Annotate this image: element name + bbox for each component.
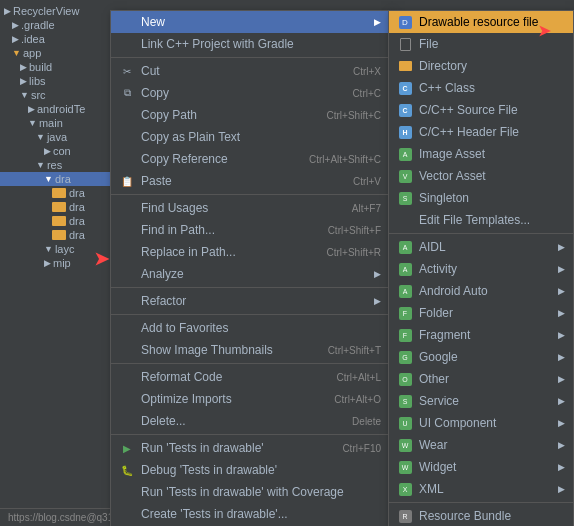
submenu-item-google[interactable]: G Google ▶: [389, 346, 573, 368]
submenu-item-widget[interactable]: W Widget ▶: [389, 456, 573, 478]
menu-item-reformat[interactable]: Reformat Code Ctrl+Alt+L: [111, 366, 389, 388]
tree-android-test[interactable]: ▶ androidTe: [0, 102, 120, 116]
menu-item-coverage-label: Run 'Tests in drawable' with Coverage: [141, 485, 381, 499]
menu-item-run-coverage[interactable]: Run 'Tests in drawable' with Coverage: [111, 481, 389, 503]
menu-item-cut-label: Cut: [141, 64, 343, 78]
menu-item-find-in-path[interactable]: Find in Path... Ctrl+Shift+F: [111, 219, 389, 241]
submenu-item-edit-templates[interactable]: Edit File Templates...: [389, 209, 573, 231]
menu-item-run[interactable]: ▶ Run 'Tests in drawable' Ctrl+F10: [111, 437, 389, 459]
menu-item-link-cpp[interactable]: Link C++ Project with Gradle: [111, 33, 389, 55]
arrow-icon: ▶: [28, 104, 35, 114]
find-in-path-shortcut: Ctrl+Shift+F: [328, 225, 381, 236]
tree-recyclerview[interactable]: ▶ RecyclerView: [0, 4, 120, 18]
copy-shortcut: Ctrl+C: [352, 88, 381, 99]
menu-item-copy-plain[interactable]: Copy as Plain Text: [111, 126, 389, 148]
submenu-fragment-label: Fragment: [419, 328, 552, 342]
submenu-item-android-auto[interactable]: A Android Auto ▶: [389, 280, 573, 302]
submenu-item-wear[interactable]: W Wear ▶: [389, 434, 573, 456]
separator-1: [111, 57, 389, 58]
coverage-icon: [119, 484, 135, 500]
tree-idea[interactable]: ▶ .idea: [0, 32, 120, 46]
menu-item-refactor[interactable]: Refactor ▶: [111, 290, 389, 312]
tree-app[interactable]: ▼ app: [0, 46, 120, 60]
link-icon: [119, 36, 135, 52]
submenu-item-ui-component[interactable]: U UI Component ▶: [389, 412, 573, 434]
drawable-file-icon: [52, 202, 66, 212]
menu-item-optimize-label: Optimize Imports: [141, 392, 324, 406]
submenu-item-singleton[interactable]: S Singleton: [389, 187, 573, 209]
paste-icon: 📋: [119, 173, 135, 189]
submenu-item-xml[interactable]: X XML ▶: [389, 478, 573, 500]
menu-item-new[interactable]: New ▶: [111, 11, 389, 33]
tree-con[interactable]: ▶ con: [0, 144, 120, 158]
submenu-separator-2: [389, 502, 573, 503]
menu-item-link-label: Link C++ Project with Gradle: [141, 37, 381, 51]
cut-shortcut: Ctrl+X: [353, 66, 381, 77]
submenu-item-image-asset[interactable]: A Image Asset: [389, 143, 573, 165]
submenu-item-cpp-source[interactable]: C C/C++ Source File: [389, 99, 573, 121]
menu-item-find-usages[interactable]: Find Usages Alt+F7: [111, 197, 389, 219]
submenu-new: D Drawable resource file File Directory …: [388, 10, 574, 526]
vector-asset-icon: V: [397, 168, 413, 184]
submenu-item-folder[interactable]: F Folder ▶: [389, 302, 573, 324]
submenu-other-label: Other: [419, 372, 552, 386]
menu-item-copy-path[interactable]: Copy Path Ctrl+Shift+C: [111, 104, 389, 126]
separator-6: [111, 434, 389, 435]
tree-java[interactable]: ▼ java: [0, 130, 120, 144]
submenu-android-auto-label: Android Auto: [419, 284, 552, 298]
aidl-icon: A: [397, 239, 413, 255]
create-icon: [119, 506, 135, 522]
tree-build[interactable]: ▶ build: [0, 60, 120, 74]
tree-label: libs: [29, 75, 46, 87]
tree-label: dra: [69, 187, 85, 199]
menu-item-debug[interactable]: 🐛 Debug 'Tests in drawable': [111, 459, 389, 481]
tree-dra-3[interactable]: dra: [0, 214, 120, 228]
tree-dra-1[interactable]: dra: [0, 186, 120, 200]
menu-item-reformat-label: Reformat Code: [141, 370, 327, 384]
menu-item-copy[interactable]: ⧉ Copy Ctrl+C: [111, 82, 389, 104]
menu-item-find-usages-label: Find Usages: [141, 201, 342, 215]
singleton-icon: S: [397, 190, 413, 206]
submenu-directory-label: Directory: [419, 59, 565, 73]
android-auto-arrow-icon: ▶: [558, 286, 565, 296]
menu-item-create[interactable]: Create 'Tests in drawable'...: [111, 503, 389, 525]
menu-item-paste[interactable]: 📋 Paste Ctrl+V: [111, 170, 389, 192]
tree-main[interactable]: ▼ main: [0, 116, 120, 130]
submenu-item-aidl[interactable]: A AIDL ▶: [389, 236, 573, 258]
tree-src[interactable]: ▼ src: [0, 88, 120, 102]
tree-dra-folder[interactable]: ▼ dra: [0, 172, 120, 186]
arrow-icon: ▼: [28, 118, 37, 128]
submenu-item-service[interactable]: S Service ▶: [389, 390, 573, 412]
analyze-icon: [119, 266, 135, 282]
menu-item-favorites-label: Add to Favorites: [141, 321, 381, 335]
menu-item-show-thumbnails[interactable]: Show Image Thumbnails Ctrl+Shift+T: [111, 339, 389, 361]
arrow-icon: ▶: [12, 34, 19, 44]
submenu-aidl-label: AIDL: [419, 240, 552, 254]
submenu-item-vector-asset[interactable]: V Vector Asset: [389, 165, 573, 187]
tree-dra-4[interactable]: dra: [0, 228, 120, 242]
tree-libs[interactable]: ▶ libs: [0, 74, 120, 88]
submenu-item-directory[interactable]: Directory: [389, 55, 573, 77]
submenu-item-fragment[interactable]: F Fragment ▶: [389, 324, 573, 346]
menu-item-analyze[interactable]: Analyze ▶: [111, 263, 389, 285]
menu-item-delete[interactable]: Delete... Delete: [111, 410, 389, 432]
menu-item-optimize[interactable]: Optimize Imports Ctrl+Alt+O: [111, 388, 389, 410]
submenu-item-other[interactable]: O Other ▶: [389, 368, 573, 390]
submenu-item-resource-bundle[interactable]: R Resource Bundle: [389, 505, 573, 526]
tree-dra-2[interactable]: dra: [0, 200, 120, 214]
tree-label: app: [23, 47, 41, 59]
menu-item-cut[interactable]: ✂ Cut Ctrl+X: [111, 60, 389, 82]
separator-2: [111, 194, 389, 195]
menu-item-add-favorites[interactable]: Add to Favorites: [111, 317, 389, 339]
submenu-item-activity[interactable]: A Activity ▶: [389, 258, 573, 280]
arrow-right-icon: ▶: [374, 17, 381, 27]
submenu-item-cpp-header[interactable]: H C/C++ Header File: [389, 121, 573, 143]
menu-item-replace-in-path[interactable]: Replace in Path... Ctrl+Shift+R: [111, 241, 389, 263]
menu-item-analyze-label: Analyze: [141, 267, 368, 281]
tree-res[interactable]: ▼ res: [0, 158, 120, 172]
submenu-item-cpp-class[interactable]: C C++ Class: [389, 77, 573, 99]
tree-gradle[interactable]: ▶ .gradle: [0, 18, 120, 32]
xml-arrow-icon: ▶: [558, 484, 565, 494]
arrow-icon: ▶: [20, 76, 27, 86]
menu-item-copy-ref[interactable]: Copy Reference Ctrl+Alt+Shift+C: [111, 148, 389, 170]
